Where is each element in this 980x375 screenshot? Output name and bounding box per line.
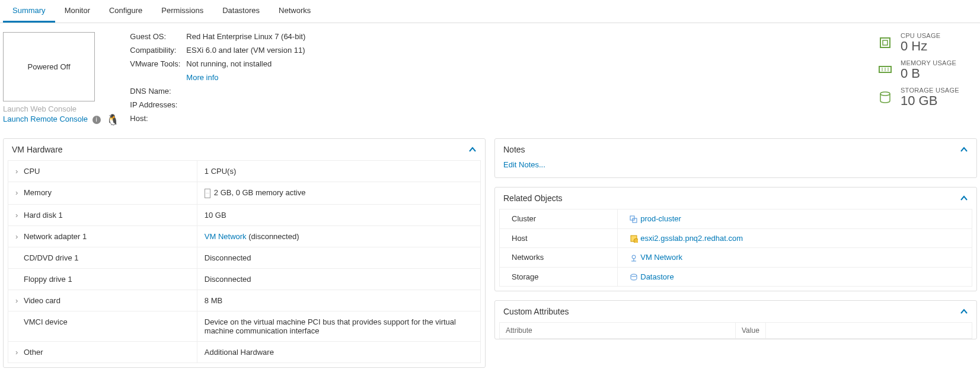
hw-cddvd-row: CD/DVD drive 1 [8,247,197,268]
storage-icon [879,91,892,104]
hw-video-row[interactable]: ›Video card [8,290,197,311]
hw-cpu-row[interactable]: ›CPU [8,161,197,182]
svg-point-6 [880,92,890,96]
hw-video-value: 8 MB [197,290,480,311]
hw-network-row[interactable]: ›Network adapter 1 [8,225,197,247]
tab-permissions[interactable]: Permissions [152,0,213,23]
info-icon[interactable]: i [92,116,101,124]
compat-value: ESXi 6.0 and later (VM version 11) [186,46,305,58]
collapse-icon[interactable] [960,194,968,202]
memory-icon [879,63,892,77]
edit-notes-link[interactable]: Edit Notes... [503,160,545,169]
launch-web-console-link: Launch Web Console [3,104,76,113]
svg-point-14 [631,274,637,277]
linux-icon: 🐧 [106,114,119,126]
tab-networks[interactable]: Networks [269,0,320,23]
rel-storage-link[interactable]: Datastore [640,272,673,281]
datastore-icon [630,273,638,281]
hw-cddvd-value: Disconnected [197,247,480,268]
vm-info-grid: Guest OS: Red Hat Enterprise Linux 7 (64… [130,32,305,126]
rel-network-link[interactable]: VM Network [640,253,682,262]
ca-col-attribute[interactable]: Attribute [500,323,736,338]
svg-point-10 [634,239,638,243]
dns-label: DNS Name: [130,87,180,99]
tab-summary[interactable]: Summary [3,0,55,23]
tools-label: VMware Tools: [130,59,180,72]
svg-rect-1 [883,40,888,45]
ip-label: IP Addresses: [130,100,180,113]
host-icon [630,234,638,243]
related-objects-panel: Related Objects Clusterprod-cluster Host… [494,187,977,291]
cpu-usage-value: 0 Hz [901,39,941,53]
rel-cluster-link[interactable]: prod-cluster [640,214,681,223]
network-icon [630,254,638,262]
hw-floppy-row: Floppy drive 1 [8,268,197,290]
rel-cluster-label: Cluster [500,209,618,229]
rel-host-label: Host [500,228,618,248]
host-label: Host: [130,114,180,126]
tab-bar: Summary Monitor Configure Permissions Da… [0,0,980,23]
tab-monitor[interactable]: Monitor [55,0,100,23]
host-value [186,114,305,126]
tab-datastores[interactable]: Datastores [213,0,269,23]
svg-rect-0 [880,38,890,47]
vm-console-thumbnail[interactable]: Powered Off [3,32,95,101]
hw-other-value: Additional Hardware [197,341,480,363]
collapse-icon[interactable] [468,145,477,154]
hw-vmci-value: Device on the virtual machine PCI bus th… [197,311,480,341]
ip-value [186,100,305,113]
compat-label: Compatibility: [130,46,180,58]
custom-attributes-header-row: Attribute Value [499,322,972,339]
vm-hardware-title: VM Hardware [12,145,63,154]
hw-memory-row[interactable]: ›Memory [8,182,197,205]
hw-vmci-row: VMCI device [8,311,197,341]
notes-panel: Notes Edit Notes... [494,138,977,178]
launch-remote-console-link[interactable]: Launch Remote Console [3,115,88,123]
guest-os-value: Red Hat Enterprise Linux 7 (64-bit) [186,32,305,45]
power-state-label: Powered Off [27,62,70,71]
memory-bar-icon [205,189,210,198]
custom-attributes-panel: Custom Attributes Attribute Value [494,300,977,339]
hw-other-row[interactable]: ›Other [8,341,197,363]
hw-harddisk-row[interactable]: ›Hard disk 1 [8,204,197,225]
hw-cpu-value: 1 CPU(s) [197,161,480,182]
rel-networks-label: Networks [500,248,618,268]
collapse-icon[interactable] [960,307,968,316]
dns-value [186,87,305,99]
summary-top: Powered Off Launch Web Console Launch Re… [0,23,980,138]
rel-host-link[interactable]: esxi2.gsslab.pnq2.redhat.com [640,234,743,243]
rel-storage-label: Storage [500,267,618,287]
ca-col-value[interactable]: Value [736,323,766,338]
hw-harddisk-value: 10 GB [197,204,480,225]
svg-point-11 [632,255,636,259]
guest-os-label: Guest OS: [130,32,180,45]
hw-memory-value: 2 GB, 0 GB memory active [197,182,480,205]
more-info-link[interactable]: More info [186,73,218,82]
notes-title: Notes [503,145,525,154]
storage-usage-value: 10 GB [901,94,959,108]
memory-usage-value: 0 B [901,66,956,81]
tab-configure[interactable]: Configure [100,0,152,23]
cpu-icon [879,36,892,49]
hw-network-link[interactable]: VM Network [205,232,247,241]
hw-network-suffix: (disconnected) [247,232,299,241]
collapse-icon[interactable] [960,145,968,154]
hw-floppy-value: Disconnected [197,268,480,290]
custom-attributes-title: Custom Attributes [503,307,569,316]
tools-value: Not running, not installed [186,59,305,72]
usage-panel: CPU USAGE 0 Hz MEMORY USAGE 0 B STORAGE … [879,32,977,126]
cluster-icon [630,215,638,224]
vm-hardware-panel: VM Hardware ›CPU1 CPU(s) ›Memory2 GB, 0 … [3,138,486,368]
related-objects-title: Related Objects [503,193,563,203]
